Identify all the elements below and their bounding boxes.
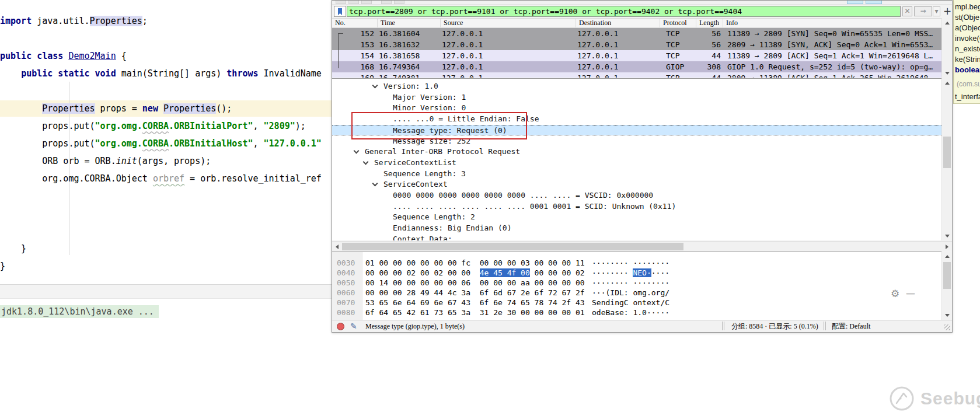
scrollbar-thumb[interactable] bbox=[943, 262, 951, 289]
packet-cell-src: 127.0.0.1 bbox=[442, 39, 576, 50]
detail-horizontal-scrollbar[interactable] bbox=[332, 241, 952, 251]
packet-detail-pane: Version: 1.0Major Version: 1Minor Versio… bbox=[332, 78, 941, 240]
hex-offset: 0080 bbox=[337, 308, 355, 317]
popup-item[interactable]: st(Obje bbox=[955, 13, 979, 22]
scroll-down-button[interactable] bbox=[942, 231, 952, 240]
packet-cell-time: 16.381632 bbox=[379, 39, 441, 50]
filter-input[interactable] bbox=[347, 6, 901, 17]
packet-cell-src: 127.0.0.1 bbox=[442, 72, 576, 78]
popup-item[interactable]: ke(String bbox=[955, 55, 980, 64]
detail-node[interactable]: Context Data: . bbox=[332, 234, 941, 240]
packet-cell-time: 16.749381 bbox=[379, 72, 441, 78]
scroll-up-button[interactable] bbox=[942, 18, 952, 27]
expand-chevron-icon[interactable] bbox=[354, 148, 360, 154]
detail-node[interactable]: Version: 1.0 bbox=[332, 81, 941, 92]
column-header-length[interactable]: Length bbox=[696, 19, 723, 28]
hex-row[interactable]: 006000 00 00 28 49 44 4c 3a 6f 6d 67 2e … bbox=[332, 288, 941, 298]
hex-ascii: ···(IDL: omg.org/ bbox=[592, 288, 669, 298]
column-header-destination[interactable]: Destination bbox=[576, 19, 660, 28]
hex-row[interactable]: 00806f 64 65 42 61 73 65 3a 31 2e 30 00 … bbox=[332, 308, 941, 317]
detail-node-label: Sequence Length: 3 bbox=[383, 169, 466, 179]
column-header-protocol[interactable]: Protocol bbox=[660, 19, 696, 28]
scroll-left-button[interactable] bbox=[332, 242, 341, 252]
clear-filter-button[interactable]: ✕ bbox=[902, 6, 912, 16]
detail-node[interactable]: ServiceContextList bbox=[332, 158, 941, 168]
packet-cell-len: 44 bbox=[694, 72, 721, 78]
minimize-icon[interactable]: — bbox=[906, 288, 915, 299]
packet-cell-len: 308 bbox=[694, 61, 721, 72]
annotation-box-red bbox=[351, 112, 527, 139]
packet-row[interactable]: 16816.749364127.0.0.1127.0.0.1GIOP308GIO… bbox=[332, 61, 941, 72]
column-header-no[interactable]: No. bbox=[332, 19, 378, 28]
scroll-down-button[interactable] bbox=[942, 310, 952, 320]
status-bar: ✎ Message type (giop.type), 1 byte(s) 分组… bbox=[332, 320, 952, 332]
detail-node[interactable]: .... .... .... .... .... .... 0001 0001 … bbox=[332, 201, 941, 212]
code-line: public class Demo2Main { bbox=[0, 50, 127, 62]
gear-icon[interactable]: ⚙ bbox=[891, 288, 899, 299]
hex-ascii: SendingC ontext/C bbox=[592, 298, 669, 308]
scroll-up-button[interactable] bbox=[942, 252, 952, 261]
hex-offset: 0050 bbox=[337, 278, 355, 288]
profile-text[interactable]: 配置: Default bbox=[832, 320, 870, 332]
scrollbar-thumb[interactable] bbox=[943, 137, 951, 168]
detail-node[interactable]: ServiceContext bbox=[332, 179, 941, 190]
expand-chevron-icon[interactable] bbox=[372, 83, 378, 89]
code-line: } bbox=[0, 260, 5, 272]
expand-chevron-icon[interactable] bbox=[363, 159, 369, 165]
filter-dropdown-button[interactable]: ▾ bbox=[933, 6, 940, 16]
hex-row[interactable]: 005000 14 00 00 00 00 00 06 00 00 00 aa … bbox=[332, 278, 941, 288]
packet-cell-dst: 127.0.0.1 bbox=[577, 28, 660, 39]
completion-popup: mpl.begst(Objea(Objecinvoke(On_existeke(… bbox=[953, 0, 980, 104]
wireshark-window: ✕ → ▾ + No. Time Source Destination Prot… bbox=[332, 0, 953, 333]
popup-item[interactable]: t_interfa bbox=[955, 92, 980, 102]
detail-node[interactable]: Sequence Length: 3 bbox=[332, 169, 941, 179]
detail-node[interactable]: Major Version: 1 bbox=[332, 92, 941, 103]
capture-comment-icon[interactable]: ✎ bbox=[350, 320, 357, 332]
packet-list-scrollbar[interactable] bbox=[941, 18, 951, 78]
packet-row[interactable]: 16916.749381127.0.0.1127.0.0.1TCP442809 … bbox=[332, 72, 941, 78]
console-output: jdk1.8.0_112\bin\java.exe ... bbox=[0, 305, 159, 318]
console-toolbar bbox=[0, 284, 332, 299]
packet-cell-proto: TCP bbox=[666, 28, 696, 39]
status-separator bbox=[722, 322, 724, 330]
packet-row[interactable]: 15416.381658127.0.0.1127.0.0.1TCP4411389… bbox=[332, 50, 941, 61]
packet-row[interactable]: 15316.381632127.0.0.1127.0.0.1TCP562809 … bbox=[332, 39, 941, 50]
scrollbar-thumb[interactable] bbox=[342, 243, 683, 250]
hex-row[interactable]: 003001 00 00 00 00 00 00 fc 00 00 00 03 … bbox=[332, 258, 941, 268]
code-line: org.omg.CORBA.Object orbref = orb.resolv… bbox=[0, 173, 322, 184]
scroll-up-button[interactable] bbox=[942, 78, 952, 88]
detail-node[interactable]: General Inter-ORB Protocol Request bbox=[332, 146, 941, 157]
detail-node[interactable]: 0000 0000 0000 0000 0000 0000 .... .... … bbox=[332, 190, 941, 201]
column-header-time[interactable]: Time bbox=[378, 19, 441, 28]
hex-row[interactable]: 004000 00 00 02 00 02 00 00 4e 45 4f 00 … bbox=[332, 268, 941, 278]
popup-item[interactable]: (com.su bbox=[957, 79, 980, 89]
hex-row[interactable]: 007053 65 6e 64 69 6e 67 43 6f 6e 74 65 … bbox=[332, 298, 941, 308]
toolbar-button-hint bbox=[394, 1, 404, 4]
column-header-info[interactable]: Info bbox=[723, 19, 941, 28]
popup-item[interactable]: a(Objec bbox=[955, 23, 980, 33]
detail-scrollbar[interactable] bbox=[941, 78, 951, 240]
bookmark-icon[interactable] bbox=[334, 6, 346, 17]
apply-filter-button[interactable]: → bbox=[914, 6, 932, 16]
packet-cell-time: 16.381604 bbox=[379, 28, 441, 39]
packet-count-text: 分组: 8584 · 已显示: 5 (0.1%) bbox=[731, 320, 818, 332]
expert-info-icon[interactable] bbox=[337, 323, 344, 330]
popup-item[interactable]: invoke(O bbox=[955, 34, 980, 43]
popup-item[interactable]: boolean bbox=[955, 65, 980, 75]
expand-chevron-icon[interactable] bbox=[372, 181, 378, 187]
hex-scrollbar[interactable] bbox=[941, 252, 951, 320]
popup-item[interactable]: n_existe bbox=[955, 44, 980, 54]
popup-item[interactable]: mpl.beg bbox=[955, 2, 980, 12]
packet-cell-time: 16.381658 bbox=[379, 50, 441, 61]
packet-row[interactable]: 15216.381604127.0.0.1127.0.0.1TCP5611389… bbox=[332, 28, 941, 39]
scroll-right-button[interactable] bbox=[942, 242, 951, 252]
detail-node[interactable]: Endianness: Big Endian (0) bbox=[332, 223, 941, 233]
code-line: ORB orb = ORB.init(args, props); bbox=[0, 155, 211, 167]
packet-cell-proto: GIOP bbox=[666, 61, 696, 72]
resize-grip[interactable] bbox=[944, 324, 950, 330]
add-filter-button[interactable]: + bbox=[943, 5, 951, 18]
column-header-source[interactable]: Source bbox=[441, 19, 576, 28]
code-line: props.put("org.omg.CORBA.ORBInitialHost"… bbox=[0, 138, 322, 149]
scroll-down-button[interactable] bbox=[942, 68, 952, 78]
detail-node[interactable]: Sequence Length: 2 bbox=[332, 212, 941, 222]
